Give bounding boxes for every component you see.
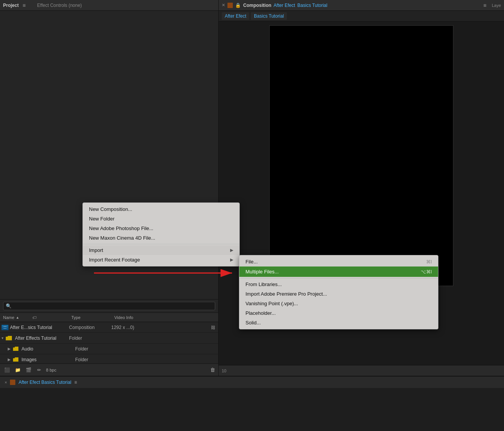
- menu-item-new-composition[interactable]: New Composition...: [83, 204, 239, 214]
- menu-item-from-libraries[interactable]: From Libraries...: [239, 280, 438, 289]
- search-bar: 🔍: [0, 299, 218, 313]
- row-name-label: Audio: [21, 346, 33, 352]
- context-menu-secondary: File... ⌘I Multiple Files... ⌥⌘I From Li…: [239, 255, 438, 329]
- layers-label: Laye: [492, 3, 501, 8]
- folder-icon: [13, 357, 18, 362]
- project-title: Project: [3, 3, 19, 8]
- row-name-label: Images: [21, 357, 36, 362]
- pen-icon[interactable]: ✏: [35, 367, 43, 373]
- menu-label: Placeholder...: [245, 310, 276, 316]
- search-input-wrapper[interactable]: 🔍: [3, 302, 215, 310]
- new-comp-icon[interactable]: 🎬: [25, 367, 32, 373]
- tag-icon: 🏷: [32, 315, 36, 320]
- row-name-label: After Effects Tutorial: [15, 336, 56, 341]
- table-row[interactable]: ▾ After Effects Tutorial Folder: [0, 333, 218, 344]
- menu-label: New Composition...: [89, 206, 132, 212]
- row-name-cell: After E...sics Tutorial: [2, 325, 69, 330]
- table-header: Name ▲ 🏷 Type Video Info: [0, 313, 218, 322]
- menu-item-new-cinema4d[interactable]: New Maxon Cinema 4D File...: [83, 233, 239, 243]
- table-row[interactable]: After E...sics Tutorial Composition 1292…: [0, 322, 218, 333]
- menu-label: New Maxon Cinema 4D File...: [89, 235, 155, 241]
- menu-label: Import Adobe Premiere Pro Project...: [245, 291, 327, 297]
- bottom-color-swatch: [10, 380, 15, 385]
- menu-item-file[interactable]: File... ⌘I: [239, 257, 438, 266]
- new-folder-icon[interactable]: 📁: [14, 367, 21, 373]
- th-video-info: Video Info: [114, 315, 217, 320]
- bottom-status-bar: × After Efect Basics Tutorial ≡: [0, 376, 504, 388]
- menu-item-new-photoshop[interactable]: New Adobe Photoshop File...: [83, 224, 239, 233]
- bottom-close-button[interactable]: ×: [5, 380, 7, 385]
- close-button[interactable]: ✕: [222, 3, 225, 8]
- row-type-cell: Folder: [75, 357, 117, 362]
- row-name-label: After E...sics Tutorial: [10, 325, 52, 330]
- menu-item-vanishing-point[interactable]: Vanishing Point (.vpe)...: [239, 299, 438, 308]
- name-column-label: Name: [3, 315, 14, 320]
- row-name-cell: ▾ After Effects Tutorial: [2, 336, 69, 341]
- lock-icon: 🔒: [235, 3, 241, 8]
- comp-bottom-bar: 10: [219, 365, 504, 376]
- composition-icon: [2, 325, 8, 330]
- search-icon: 🔍: [6, 303, 12, 309]
- menu-item-placeholder[interactable]: Placeholder...: [239, 308, 438, 318]
- row-type-cell: Composition: [69, 325, 111, 330]
- sort-arrow-icon: ▲: [16, 316, 19, 319]
- comp-header-title: Composition: [243, 3, 271, 8]
- menu-label: New Adobe Photoshop File...: [89, 225, 153, 231]
- bottom-composition-title: After Efect Basics Tutorial: [18, 380, 71, 385]
- menu-item-premiere-pro[interactable]: Import Adobe Premiere Pro Project...: [239, 289, 438, 299]
- link-icon: ⛓: [211, 325, 215, 330]
- composition-color-swatch: [227, 3, 233, 8]
- row-type-cell: Folder: [69, 336, 111, 341]
- render-queue-icon[interactable]: ⬛: [3, 367, 11, 373]
- effect-controls-label: Effect Controls (none): [37, 3, 82, 8]
- shortcut-label: ⌥⌘I: [421, 269, 432, 275]
- menu-label: Import: [89, 247, 103, 253]
- menu-item-new-folder[interactable]: New Folder: [83, 214, 239, 224]
- menu-label: Import Recent Footage: [89, 257, 140, 263]
- chevron-down-icon: ▾: [2, 336, 3, 340]
- chevron-right-icon: ▶: [8, 347, 11, 351]
- search-input[interactable]: [13, 303, 212, 309]
- menu-label: New Folder: [89, 216, 114, 222]
- row-name-cell: ▶ Images: [8, 357, 75, 362]
- tab-after-efect[interactable]: After Efect: [222, 12, 249, 20]
- th-name[interactable]: Name ▲ 🏷: [2, 315, 71, 320]
- table-row[interactable]: ▶ Audio Folder: [0, 344, 218, 354]
- menu-item-multiple-files[interactable]: Multiple Files... ⌥⌘I: [239, 266, 438, 277]
- menu-label: Multiple Files...: [245, 269, 279, 275]
- menu-label: Solid...: [245, 320, 261, 326]
- submenu-chevron-icon: ▶: [230, 248, 233, 253]
- panel-header: Project ≡ Effect Controls (none): [0, 0, 218, 11]
- delete-icon[interactable]: 🗑: [210, 367, 215, 373]
- menu-label: File...: [245, 259, 258, 265]
- comp-header-link-part1[interactable]: After Efect: [273, 3, 295, 8]
- th-type: Type: [71, 315, 114, 320]
- project-panel: Project ≡ Effect Controls (none) 🔍 Name …: [0, 0, 219, 376]
- composition-canvas: [269, 25, 453, 286]
- menu-separator: [239, 278, 438, 278]
- menu-label: Vanishing Point (.vpe)...: [245, 301, 298, 306]
- context-menu-primary: New Composition... New Folder New Adobe …: [82, 202, 240, 266]
- row-video-info-cell: 1292 x ...0): [111, 325, 211, 330]
- comp-tabs-bar: After Efect Basics Tutorial: [219, 11, 504, 21]
- row-type-cell: Folder: [75, 346, 117, 352]
- menu-label: From Libraries...: [245, 281, 282, 287]
- folder-icon: [6, 336, 12, 341]
- submenu-chevron-icon: ▶: [230, 257, 233, 262]
- menu-item-import-recent[interactable]: Import Recent Footage ▶: [83, 255, 239, 265]
- bpc-label: 8 bpc: [46, 368, 56, 372]
- row-name-cell: ▶ Audio: [8, 346, 75, 352]
- shortcut-label: ⌘I: [426, 259, 432, 265]
- folder-icon: [13, 347, 18, 351]
- chevron-right-icon: ▶: [8, 357, 11, 362]
- menu-separator: [83, 244, 239, 244]
- project-menu-icon[interactable]: ≡: [23, 2, 26, 8]
- menu-item-solid[interactable]: Solid...: [239, 318, 438, 327]
- comp-panel-header: ✕ 🔒 Composition After Efect Basics Tutor…: [219, 0, 504, 11]
- comp-menu-icon[interactable]: ≡: [483, 2, 486, 8]
- tab-basics-tutorial[interactable]: Basics Tutorial: [251, 12, 287, 20]
- comp-header-link-part2[interactable]: Basics Tutorial: [297, 3, 327, 8]
- zoom-level: 10: [222, 368, 226, 373]
- bottom-menu-icon[interactable]: ≡: [74, 380, 77, 385]
- menu-item-import[interactable]: Import ▶: [83, 245, 239, 255]
